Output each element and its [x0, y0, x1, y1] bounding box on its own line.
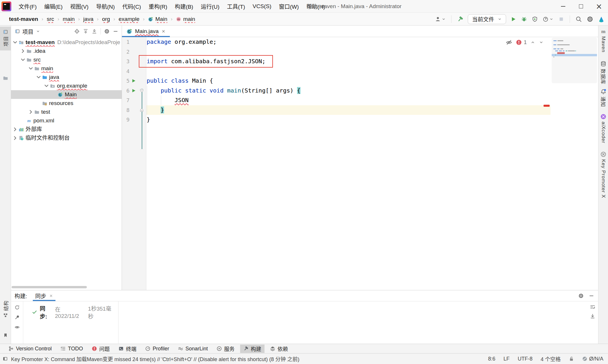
menu-item-10[interactable]: VCS(S)	[249, 2, 274, 11]
menu-item-2[interactable]: 编辑(E)	[41, 1, 66, 12]
soft-wrap-icon[interactable]	[590, 304, 595, 309]
status-widget-utf8[interactable]: UTF-8	[518, 356, 533, 362]
menu-item-4[interactable]: 导航(N)	[93, 1, 118, 12]
breadcrumb-item-main[interactable]: CMain	[147, 15, 168, 23]
code-minimap[interactable]	[552, 38, 597, 83]
code-editor[interactable]: 123456789 package org.example;import com…	[122, 37, 608, 290]
hide-panel-icon[interactable]	[113, 29, 118, 34]
settings-button[interactable]	[586, 15, 594, 23]
code-line-8[interactable]: }	[146, 105, 608, 115]
expand-all-icon[interactable]	[83, 29, 88, 34]
stripe-button-maven[interactable]: mMaven	[598, 28, 608, 52]
code-line-5[interactable]: public class Main {	[146, 76, 608, 86]
tree-item-外部库[interactable]: 外部库	[11, 125, 122, 134]
status-widget-unlock[interactable]	[569, 356, 574, 361]
toolwindow-button-profiler[interactable]: Profiler	[142, 345, 172, 353]
chevron-right-icon[interactable]	[12, 126, 19, 133]
close-icon[interactable]	[49, 294, 53, 298]
status-widget-86[interactable]: 8:6	[488, 356, 495, 362]
tree-item-Main[interactable]: CMain	[11, 90, 122, 99]
breadcrumb-item-test-maven[interactable]: test-maven	[8, 15, 39, 23]
chevron-up-icon[interactable]	[530, 40, 535, 45]
scroll-to-end-icon[interactable]	[590, 314, 595, 319]
breadcrumb-item-org[interactable]: org	[101, 15, 111, 23]
menu-item-8[interactable]: 运行(U)	[197, 1, 222, 12]
debug-button[interactable]	[521, 16, 528, 23]
menu-item-1[interactable]: 文件(F)	[15, 1, 40, 12]
build-output-tree[interactable]: 同步: 在 2022/11/2 1秒351毫秒	[23, 301, 118, 344]
eye-icon[interactable]	[15, 325, 20, 330]
menu-item-7[interactable]: 构建(B)	[172, 1, 196, 12]
chevron-down-icon[interactable]	[43, 82, 50, 89]
tree-item-test[interactable]: test	[11, 108, 122, 116]
status-widget-lf[interactable]: LF	[503, 356, 510, 362]
stripe-button-key-promoter-x[interactable]: Key Promoter X	[598, 151, 608, 198]
ide-update-button[interactable]	[598, 15, 605, 23]
tree-item-.idea[interactable]: .idea	[11, 47, 122, 55]
tree-item-test-maven[interactable]: test-mavenD:\IdeaProjects\IdeaProje	[11, 38, 122, 47]
hide-panel-icon[interactable]	[589, 293, 594, 298]
run-configuration-select[interactable]: 当前文件	[468, 14, 506, 24]
coverage-button[interactable]	[531, 16, 538, 23]
stripe-button-folder[interactable]	[0, 75, 11, 81]
stripe-button-structure[interactable]: 结构	[0, 300, 11, 318]
collapse-all-icon[interactable]	[92, 29, 97, 34]
search-everywhere-button[interactable]	[575, 15, 582, 23]
stripe-button-bookmarks[interactable]	[0, 333, 11, 338]
gear-icon[interactable]	[104, 29, 109, 34]
tree-item-java[interactable]: java	[11, 73, 122, 82]
breadcrumb-item-java[interactable]: java	[82, 15, 95, 23]
breadcrumb-item-example[interactable]: example	[118, 15, 141, 23]
profile-button[interactable]	[434, 16, 446, 23]
stripe-button-project[interactable]: 项目	[0, 27, 11, 50]
tab-main-java[interactable]: C Main.java	[122, 26, 170, 37]
toolwindow-button-依赖[interactable]: 依赖	[267, 345, 291, 353]
close-button[interactable]: ×	[590, 0, 608, 13]
breadcrumb-item-main[interactable]: mmain	[175, 15, 196, 23]
refresh-icon[interactable]	[15, 305, 20, 310]
chevron-down-icon[interactable]	[12, 39, 19, 46]
gear-icon[interactable]	[578, 293, 584, 298]
stripe-button-数据库[interactable]: 数据库	[598, 61, 608, 84]
menu-item-5[interactable]: 代码(C)	[119, 1, 144, 12]
profiler-button[interactable]	[542, 16, 554, 23]
toolwindow-button-构建[interactable]: 构建	[240, 345, 265, 353]
chevron-right-icon[interactable]	[19, 48, 26, 55]
tree-item-临时文件和控制台[interactable]: 临时文件和控制台	[11, 134, 122, 142]
chevron-down-icon[interactable]	[36, 29, 40, 33]
pin-icon[interactable]	[15, 315, 20, 320]
run-button[interactable]	[510, 16, 517, 23]
chevron-right-icon[interactable]	[12, 135, 19, 142]
code-line-9[interactable]: }	[146, 115, 608, 125]
status-widget-4[interactable]: 4 个空格	[541, 355, 561, 363]
build-status-row[interactable]: 同步: 在 2022/11/2 1秒351毫秒	[32, 304, 116, 320]
toolwindow-button-服务[interactable]: 服务	[213, 345, 238, 353]
chevron-down-icon[interactable]	[539, 40, 544, 45]
toolwindow-button-version-control[interactable]: Version Control	[5, 345, 55, 353]
menu-item-9[interactable]: 工具(T)	[224, 1, 248, 12]
code-line-6[interactable]: public static void main(String[] args) {	[146, 86, 608, 96]
panel-toggle-icon[interactable]	[3, 356, 8, 361]
chevron-right-icon[interactable]	[27, 108, 34, 115]
tree-item-src[interactable]: src	[11, 55, 122, 64]
toolwindow-button-sonarlint[interactable]: SonarLint	[175, 345, 211, 353]
menu-item-3[interactable]: 视图(V)	[67, 1, 92, 12]
close-icon[interactable]	[161, 29, 166, 34]
run-line-icon[interactable]	[132, 76, 137, 86]
tree-item-pom.xml[interactable]: mpom.xml	[11, 116, 122, 125]
build-project-button[interactable]	[456, 15, 464, 23]
horizontal-scrollbar[interactable]	[12, 286, 87, 288]
chevron-down-icon[interactable]	[19, 56, 26, 63]
eye-off-icon[interactable]	[506, 39, 512, 46]
menu-item-11[interactable]: 窗口(W)	[276, 1, 302, 12]
chevron-down-icon[interactable]	[35, 74, 42, 81]
stripe-button-通知[interactable]: 通知	[598, 89, 608, 107]
code-line-7[interactable]: JSON	[146, 95, 608, 105]
toolwindow-button-问题[interactable]: 问题	[89, 345, 113, 353]
run-line-icon[interactable]	[132, 86, 137, 96]
status-widget-na[interactable]: Ø/N/A	[582, 356, 603, 362]
code-line-4[interactable]	[146, 66, 608, 76]
breadcrumb-item-main[interactable]: main	[62, 15, 76, 23]
toolwindow-button-终端[interactable]: 终端	[115, 345, 140, 353]
stripe-button-aixcoder[interactable]: aiXcoder	[598, 114, 608, 143]
